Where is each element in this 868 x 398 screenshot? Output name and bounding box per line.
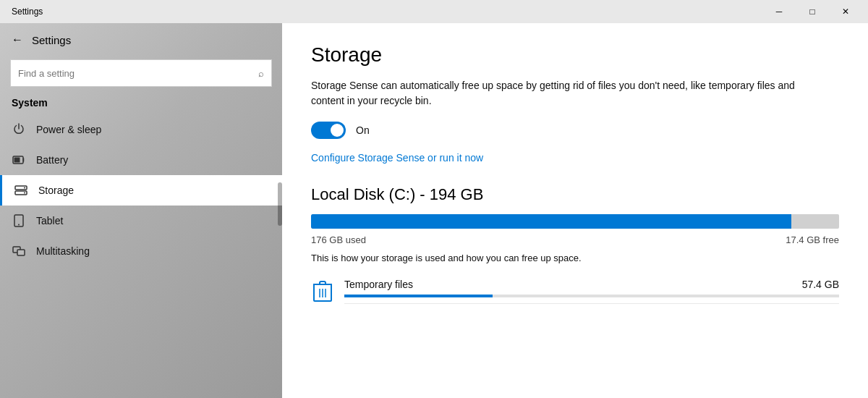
sidebar: ← Settings ⌕ System Power & sleep bbox=[0, 23, 282, 398]
titlebar-controls: ─ □ ✕ bbox=[762, 0, 862, 23]
disk-bar-container bbox=[311, 214, 839, 229]
disk-description: This is how your storage is used and how… bbox=[311, 253, 839, 263]
power-icon bbox=[12, 122, 26, 137]
list-item: Temporary files 57.4 GB bbox=[311, 278, 839, 304]
search-box: ⌕ bbox=[10, 59, 272, 87]
storage-icon bbox=[14, 183, 28, 198]
file-name: Temporary files bbox=[344, 279, 413, 290]
toggle-row: On bbox=[311, 122, 839, 139]
svg-point-4 bbox=[24, 187, 25, 189]
nav-label-multitasking: Multitasking bbox=[36, 245, 90, 257]
storage-sense-toggle[interactable] bbox=[311, 122, 346, 139]
configure-link[interactable]: Configure Storage Sense or run it now bbox=[311, 152, 839, 164]
nav-label-storage: Storage bbox=[38, 185, 74, 196]
nav-label-power-sleep: Power & sleep bbox=[36, 124, 101, 135]
file-size: 57.4 GB bbox=[802, 279, 839, 290]
sidebar-item-tablet[interactable]: Tablet bbox=[0, 206, 282, 236]
search-input[interactable] bbox=[18, 68, 252, 79]
multitasking-icon bbox=[12, 244, 26, 258]
trash-icon bbox=[311, 278, 334, 304]
back-button[interactable]: ← bbox=[12, 33, 23, 46]
disk-section-title: Local Disk (C:) - 194 GB bbox=[311, 185, 839, 204]
titlebar-title: Settings bbox=[12, 7, 762, 17]
close-button[interactable]: ✕ bbox=[829, 0, 862, 23]
nav-items: Power & sleep Battery bbox=[0, 114, 282, 266]
storage-description: Storage Sense can automatically free up … bbox=[311, 78, 803, 109]
disk-stats: 176 GB used 17.4 GB free bbox=[311, 234, 839, 245]
search-icon: ⌕ bbox=[258, 68, 264, 79]
nav-label-battery: Battery bbox=[36, 154, 68, 166]
disk-used-label: 176 GB used bbox=[311, 234, 366, 245]
system-label: System bbox=[0, 94, 282, 114]
main-content: Storage Storage Sense can automatically … bbox=[282, 23, 868, 398]
tablet-icon bbox=[12, 213, 26, 228]
svg-rect-1 bbox=[14, 158, 20, 163]
sidebar-item-power-sleep[interactable]: Power & sleep bbox=[0, 114, 282, 145]
maximize-button[interactable]: □ bbox=[796, 0, 829, 23]
sidebar-item-storage[interactable]: Storage bbox=[0, 175, 282, 206]
minimize-button[interactable]: ─ bbox=[762, 0, 796, 23]
sidebar-item-multitasking[interactable]: Multitasking bbox=[0, 236, 282, 266]
disk-free-label: 17.4 GB free bbox=[786, 234, 839, 245]
svg-point-5 bbox=[24, 192, 25, 194]
file-bar-fill bbox=[344, 295, 493, 297]
svg-point-7 bbox=[18, 224, 20, 226]
titlebar: Settings ─ □ ✕ bbox=[0, 0, 868, 23]
sidebar-header: ← Settings bbox=[0, 23, 282, 56]
battery-icon bbox=[12, 153, 26, 167]
sidebar-app-title: Settings bbox=[32, 34, 71, 46]
page-title: Storage bbox=[311, 43, 839, 67]
toggle-label: On bbox=[356, 124, 370, 136]
app-container: ← Settings ⌕ System Power & sleep bbox=[0, 23, 868, 398]
sidebar-item-battery[interactable]: Battery bbox=[0, 145, 282, 175]
svg-rect-9 bbox=[17, 250, 25, 255]
disk-bar-fill bbox=[311, 214, 791, 229]
file-info: Temporary files 57.4 GB bbox=[344, 279, 839, 304]
file-bar-container bbox=[344, 295, 839, 297]
sidebar-scrollbar[interactable] bbox=[278, 182, 282, 226]
nav-label-tablet: Tablet bbox=[36, 215, 63, 226]
